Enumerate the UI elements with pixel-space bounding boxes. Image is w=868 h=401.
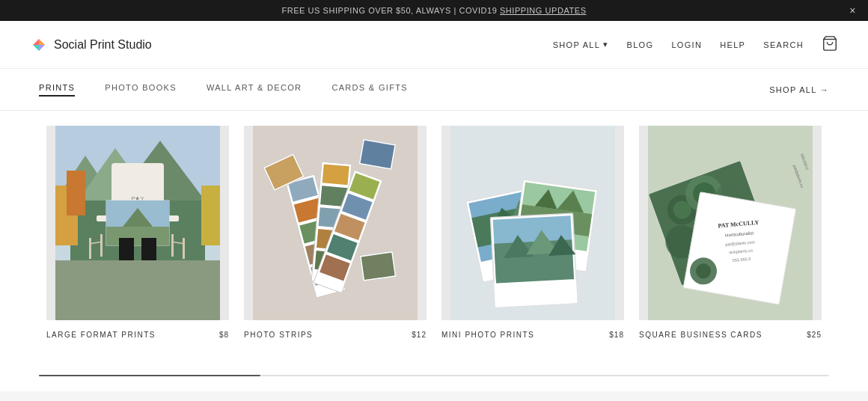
product-card-photo-strips[interactable]: PHOTO STRIPS $12 — [236, 126, 434, 345]
product-card-large-format[interactable]: P★Y LARGE FORMAT PRINTS — [39, 126, 236, 345]
scroll-track — [39, 375, 829, 376]
nav-login[interactable]: LOGIN — [671, 40, 702, 49]
sub-nav-items: PRINTS PHOTO BOOKS WALL ART & DECOR CARD… — [39, 83, 408, 97]
close-banner-button[interactable]: × — [849, 4, 856, 16]
product-name-photo-strips: PHOTO STRIPS — [244, 331, 313, 339]
svg-rect-15 — [100, 234, 103, 257]
top-banner: FREE US SHIPPING OVER $50, ALWAYS | COVI… — [0, 0, 868, 21]
product-image-business-cards: PAT McCULLY Horticulturalist pat@plants.… — [639, 126, 822, 320]
svg-marker-4 — [39, 39, 45, 45]
svg-rect-18 — [171, 234, 174, 257]
sub-nav-wall-art[interactable]: WALL ART & DECOR — [207, 83, 302, 97]
svg-rect-30 — [141, 238, 156, 260]
product-info-mini-prints: MINI PHOTO PRINTS $18 — [441, 320, 624, 345]
svg-rect-76 — [494, 279, 578, 307]
sub-nav-shop-all[interactable]: SHOP ALL → — [769, 85, 829, 94]
product-image-large-format: P★Y — [46, 126, 229, 320]
product-image-mini-prints — [441, 126, 624, 320]
product-name-mini-prints: MINI PHOTO PRINTS — [441, 331, 534, 339]
product-name-business-cards: SQUARE BUSINESS CARDS — [639, 331, 762, 339]
scroll-bar-wrap — [0, 375, 868, 391]
product-card-business-cards[interactable]: PAT McCULLY Horticulturalist pat@plants.… — [632, 126, 829, 345]
sub-nav-prints[interactable]: PRINTS — [39, 83, 75, 97]
cart-button[interactable] — [822, 35, 838, 55]
svg-rect-27 — [106, 227, 169, 245]
svg-marker-5 — [39, 45, 45, 51]
logo-icon — [30, 36, 48, 54]
logo[interactable]: Social Print Studio — [30, 36, 152, 54]
svg-rect-32 — [67, 171, 85, 215]
svg-marker-2 — [33, 39, 39, 45]
product-card-mini-prints[interactable]: MINI PHOTO PRINTS $18 — [434, 126, 632, 345]
svg-rect-33 — [201, 186, 220, 245]
product-price-mini-prints: $18 — [609, 331, 624, 339]
sub-nav-photo-books[interactable]: PHOTO BOOKS — [105, 83, 177, 97]
product-info-large-format: LARGE FORMAT PRINTS $8 — [46, 320, 229, 345]
scroll-thumb[interactable] — [39, 375, 260, 376]
product-info-business-cards: SQUARE BUSINESS CARDS $25 — [639, 320, 822, 345]
svg-rect-58 — [361, 253, 395, 280]
product-image-photo-strips — [244, 126, 427, 320]
logo-text: Social Print Studio — [54, 38, 152, 52]
nav-blog[interactable]: BLOG — [627, 40, 654, 49]
product-price-business-cards: $25 — [807, 331, 822, 339]
svg-rect-14 — [55, 260, 220, 320]
svg-rect-16 — [89, 238, 91, 259]
cart-icon — [822, 35, 838, 52]
product-price-photo-strips: $12 — [412, 331, 427, 339]
banner-text: FREE US SHIPPING OVER $50, ALWAYS | COVI… — [281, 6, 586, 15]
product-name-large-format: LARGE FORMAT PRINTS — [46, 331, 156, 339]
nav-shop-all[interactable]: SHOP ALL ▾ — [553, 40, 609, 49]
product-price-large-format: $8 — [219, 331, 229, 339]
sub-nav: PRINTS PHOTO BOOKS WALL ART & DECOR CARD… — [0, 69, 868, 111]
nav-help[interactable]: HELP — [720, 40, 745, 49]
product-grid: P★Y LARGE FORMAT PRINTS — [0, 111, 868, 375]
svg-rect-88 — [683, 192, 796, 305]
shipping-updates-link[interactable]: SHIPPING UPDATES — [500, 6, 587, 15]
nav-search[interactable]: SEARCH — [763, 40, 804, 49]
sub-nav-cards-gifts[interactable]: CARDS & GIFTS — [331, 83, 408, 97]
svg-rect-29 — [119, 238, 134, 260]
product-info-photo-strips: PHOTO STRIPS $12 — [244, 320, 427, 345]
svg-rect-19 — [183, 238, 185, 259]
header: Social Print Studio SHOP ALL ▾ BLOG LOGI… — [0, 21, 868, 69]
svg-rect-42 — [323, 164, 349, 185]
main-nav: SHOP ALL ▾ BLOG LOGIN HELP SEARCH — [553, 35, 838, 55]
svg-marker-3 — [33, 45, 39, 51]
chevron-down-icon: ▾ — [603, 40, 608, 49]
